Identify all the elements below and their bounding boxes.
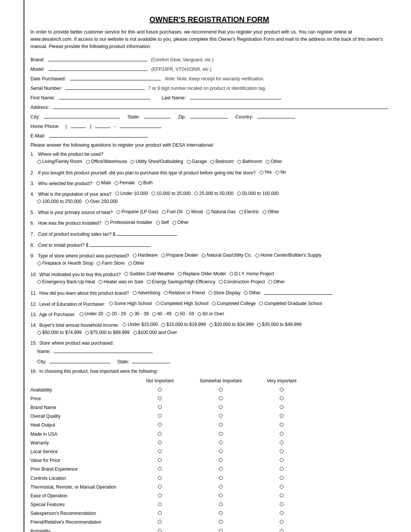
q10-opt4[interactable]: Emergency Back-Up Heat xyxy=(37,278,95,286)
q13-opt2[interactable]: 20 - 29 xyxy=(107,310,126,318)
very-important-radio[interactable] xyxy=(251,528,312,532)
q4-opt5[interactable]: 100,000 to 250,000 xyxy=(37,198,81,205)
radio-icon[interactable] xyxy=(85,331,89,335)
not-important-radio[interactable] xyxy=(129,492,190,500)
somewhat-important-radio[interactable] xyxy=(190,395,251,403)
q9-opt1[interactable]: Hardware xyxy=(133,252,158,259)
very-important-radio[interactable] xyxy=(251,466,312,473)
radio-icon[interactable] xyxy=(229,272,233,276)
q15-city-input[interactable] xyxy=(49,357,110,363)
radio-icon[interactable] xyxy=(219,529,223,532)
somewhat-important-radio[interactable] xyxy=(190,413,251,420)
phone-area-input[interactable] xyxy=(71,122,86,128)
country-input[interactable] xyxy=(257,112,295,118)
very-important-radio[interactable] xyxy=(251,387,312,394)
not-important-radio[interactable] xyxy=(129,448,190,455)
radio-icon[interactable] xyxy=(280,396,284,400)
q13-opt4[interactable]: 40 - 49 xyxy=(152,310,171,318)
radio-icon[interactable] xyxy=(115,192,119,195)
radio-icon[interactable] xyxy=(158,388,162,391)
radio-icon[interactable] xyxy=(280,485,284,489)
q3-opt3[interactable]: Both xyxy=(139,179,153,187)
radio-icon[interactable] xyxy=(237,192,241,195)
radio-icon[interactable] xyxy=(133,254,137,257)
radio-icon[interactable] xyxy=(219,396,223,400)
q9-opt5[interactable]: Fireplace or Hearth Shop xyxy=(37,260,93,267)
q13-opt5[interactable]: 50 - 59 xyxy=(175,310,194,318)
q10-opt6[interactable]: Energy Savings/High Efficiency xyxy=(147,278,215,286)
q12-opt3[interactable]: Completed College xyxy=(212,300,256,307)
radio-icon[interactable] xyxy=(131,160,134,164)
very-important-radio[interactable] xyxy=(251,457,312,464)
q3-opt2[interactable]: Female xyxy=(115,179,135,187)
not-important-radio[interactable] xyxy=(129,466,190,473)
radio-icon[interactable] xyxy=(219,494,223,497)
zip-input[interactable] xyxy=(190,112,228,118)
very-important-radio[interactable] xyxy=(251,492,312,500)
radio-icon[interactable] xyxy=(280,405,284,409)
radio-icon[interactable] xyxy=(280,449,284,453)
phone-prefix-input[interactable] xyxy=(95,122,110,128)
radio-icon[interactable] xyxy=(219,441,223,444)
q14-opt3[interactable]: $20,000 to $34,999 xyxy=(209,321,253,328)
very-important-radio[interactable] xyxy=(251,439,312,447)
q4-opt1[interactable]: Under 10,000 xyxy=(115,190,148,197)
radio-icon[interactable] xyxy=(124,272,128,276)
q10-opt7[interactable]: Construction Project xyxy=(219,278,265,286)
radio-icon[interactable] xyxy=(194,192,198,195)
q5-opt5[interactable]: Electric xyxy=(239,208,259,216)
radio-icon[interactable] xyxy=(129,312,133,316)
radio-icon[interactable] xyxy=(178,272,182,276)
radio-icon[interactable] xyxy=(158,414,162,418)
radio-icon[interactable] xyxy=(80,312,83,316)
q4-opt2[interactable]: 10,000 to 25,000 xyxy=(151,190,191,197)
not-important-radio[interactable] xyxy=(129,439,190,447)
radio-icon[interactable] xyxy=(219,449,223,453)
model-input[interactable] xyxy=(49,65,148,71)
somewhat-important-radio[interactable] xyxy=(190,448,251,455)
not-important-radio[interactable] xyxy=(129,395,190,403)
q4-opt6[interactable]: Over 250,000 xyxy=(85,198,118,205)
radio-icon[interactable] xyxy=(161,254,165,257)
radio-icon[interactable] xyxy=(280,432,284,436)
radio-icon[interactable] xyxy=(257,323,261,327)
q13-opt6[interactable]: 60 or Over xyxy=(198,310,224,318)
radio-icon[interactable] xyxy=(276,171,279,174)
q1-opt1[interactable]: Living/Family Room xyxy=(37,158,82,165)
q7-input[interactable] xyxy=(116,230,177,236)
q10-opt1[interactable]: Sudden Cold Weather xyxy=(124,270,174,278)
radio-icon[interactable] xyxy=(37,200,41,203)
phone-number-input[interactable] xyxy=(119,122,161,128)
radio-icon[interactable] xyxy=(156,302,159,305)
q14-opt1[interactable]: Under $15,000 xyxy=(123,321,158,328)
q13-opt1[interactable]: Under 20 xyxy=(80,310,103,318)
q1-opt4[interactable]: Garage xyxy=(187,158,207,165)
radio-icon[interactable] xyxy=(219,476,223,480)
q12-opt2[interactable]: Completed High School xyxy=(156,300,209,307)
somewhat-important-radio[interactable] xyxy=(190,492,251,500)
radio-icon[interactable] xyxy=(219,511,223,515)
very-important-radio[interactable] xyxy=(251,519,312,526)
q9-opt6[interactable]: Farm Store xyxy=(97,260,124,267)
radio-icon[interactable] xyxy=(158,396,162,400)
radio-icon[interactable] xyxy=(206,210,210,214)
radio-icon[interactable] xyxy=(237,160,241,164)
somewhat-important-radio[interactable] xyxy=(190,422,251,429)
q9-opt7[interactable]: Other xyxy=(128,260,145,267)
radio-icon[interactable] xyxy=(105,221,109,225)
q9-opt3[interactable]: Natural Gas/Utility Co. xyxy=(202,252,252,259)
somewhat-important-radio[interactable] xyxy=(190,457,251,464)
radio-icon[interactable] xyxy=(97,262,100,265)
q11-opt4[interactable]: Other xyxy=(244,289,260,297)
q10-opt5[interactable]: Heater was on Sale xyxy=(99,278,143,286)
q12-opt1[interactable]: Some High School xyxy=(109,300,152,307)
not-important-radio[interactable] xyxy=(129,484,190,491)
q11-opt3[interactable]: Store Display xyxy=(209,289,241,297)
radio-icon[interactable] xyxy=(123,323,126,327)
radio-icon[interactable] xyxy=(158,485,162,489)
radio-icon[interactable] xyxy=(219,485,223,489)
q9-opt4[interactable]: Home Center/Builder's Supply xyxy=(255,252,321,259)
very-important-radio[interactable] xyxy=(251,510,312,517)
radio-icon[interactable] xyxy=(263,210,266,214)
q1-opt7[interactable]: Other xyxy=(266,158,282,165)
